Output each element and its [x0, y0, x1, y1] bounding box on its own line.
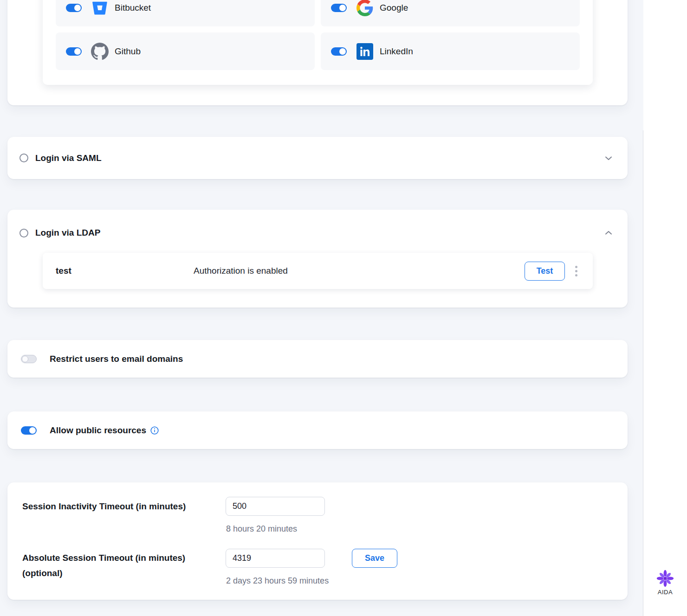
absolute-timeout-hint: 2 days 23 hours 59 minutes — [226, 576, 329, 586]
provider-label: LinkedIn — [380, 46, 413, 57]
restrict-domains-section: Restrict users to email domains — [7, 340, 628, 378]
ldap-radio[interactable] — [19, 229, 28, 237]
public-resources-toggle[interactable] — [21, 426, 37, 435]
ldap-connection-status: Authorization is enabled — [194, 266, 525, 276]
restrict-domains-label: Restrict users to email domains — [50, 354, 183, 364]
saml-section: Login via SAML — [7, 137, 628, 179]
bitbucket-toggle[interactable] — [66, 4, 82, 12]
github-icon — [91, 43, 109, 60]
ldap-connection-row: test Authorization is enabled Test — [43, 253, 593, 289]
aida-flower-icon — [654, 570, 676, 587]
provider-tile-google: Google — [321, 0, 580, 26]
github-toggle[interactable] — [66, 47, 82, 56]
saml-radio[interactable] — [19, 154, 28, 162]
inactivity-timeout-hint: 8 hours 20 minutes — [226, 524, 297, 534]
provider-tile-github: Github — [56, 32, 315, 70]
linkedin-toggle[interactable] — [331, 47, 347, 56]
provider-tile-bitbucket: Bitbucket — [56, 0, 315, 26]
test-button[interactable]: Test — [525, 262, 565, 281]
save-button[interactable]: Save — [352, 549, 397, 568]
kebab-menu-icon[interactable] — [570, 262, 582, 280]
ldap-title: Login via LDAP — [35, 228, 100, 238]
restrict-domains-toggle[interactable] — [21, 355, 37, 363]
chevron-down-icon[interactable] — [603, 153, 614, 163]
absolute-timeout-label: Absolute Session Timeout (in minutes) (o… — [22, 550, 185, 581]
info-icon[interactable] — [150, 426, 159, 435]
right-sidebar-strip — [643, 0, 687, 616]
provider-label: Google — [380, 3, 408, 13]
google-icon — [356, 0, 374, 17]
saml-header[interactable]: Login via SAML — [7, 137, 628, 179]
ldap-header[interactable]: Login via LDAP — [7, 210, 628, 256]
ldap-connection-name: test — [56, 266, 194, 276]
linkedin-icon — [356, 43, 374, 60]
public-resources-section: Allow public resources — [7, 411, 628, 449]
google-toggle[interactable] — [331, 4, 347, 12]
inactivity-timeout-input[interactable] — [226, 497, 325, 516]
provider-label: Github — [115, 46, 141, 57]
inactivity-timeout-label: Session Inactivity Timeout (in minutes) — [22, 499, 186, 514]
absolute-timeout-input[interactable] — [226, 549, 325, 568]
oauth-providers-section: Bitbucket Google Github — [7, 0, 628, 105]
saml-title: Login via SAML — [35, 153, 102, 163]
session-timeout-section: Session Inactivity Timeout (in minutes) … — [7, 482, 628, 600]
bitbucket-icon — [91, 0, 109, 17]
oauth-providers-panel: Bitbucket Google Github — [43, 0, 593, 85]
aida-label: AIDA — [654, 589, 676, 596]
provider-label: Bitbucket — [115, 3, 151, 13]
chevron-up-icon[interactable] — [603, 228, 614, 238]
aida-branding: AIDA — [654, 570, 676, 596]
public-resources-label: Allow public resources — [50, 425, 146, 436]
provider-tile-linkedin: LinkedIn — [321, 32, 580, 70]
vertical-divider — [643, 130, 643, 616]
ldap-section: Login via LDAP test Authorization is ena… — [7, 210, 628, 308]
